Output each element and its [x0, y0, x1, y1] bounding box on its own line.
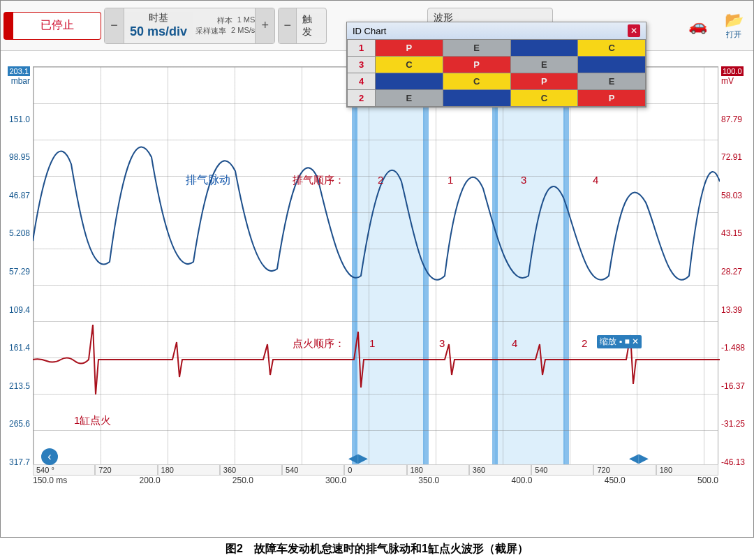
y-axis-right: 100.0mV87.7972.9158.0343.1528.2713.39-1.… [718, 66, 753, 467]
car-icon[interactable]: 🚗 [681, 17, 714, 35]
back-button[interactable]: ‹ [41, 448, 58, 465]
figure-caption: 图2 故障车发动机怠速时的排气脉动和1缸点火波形（截屏） [0, 538, 754, 560]
trigger-minus[interactable]: − [279, 8, 297, 43]
status-button[interactable]: 已停止 [3, 12, 101, 40]
id-chart-panel: ID Chart ✕ 1PEC3CPE4CPE2ECP [346, 22, 646, 108]
id-chart-titlebar[interactable]: ID Chart ✕ [347, 22, 646, 39]
open-button[interactable]: 📂打开 [717, 11, 751, 40]
id-chart-title: ID Chart [353, 26, 386, 36]
timebase-display[interactable]: 时基 50 ms/div [124, 12, 193, 39]
anno-fire-3: 3 [439, 337, 445, 349]
timebase-plus[interactable]: + [255, 8, 274, 43]
anno-cyl1-fire: 1缸点火 [74, 414, 111, 427]
chart-area: 203.1mbar151.098.9546.875.20857.29109.41… [1, 51, 753, 509]
trigger-label: 触发 [302, 13, 320, 38]
close-icon[interactable]: ✕ [628, 24, 640, 37]
oscilloscope-window: 已停止 − 时基 50 ms/div 样本 1 MS 采样速率 2 MS/s +… [0, 0, 754, 538]
timebase-label: 时基 [149, 12, 168, 24]
trace-exhaust [33, 147, 720, 279]
scroll-handle-right[interactable]: ◀▶ [629, 450, 649, 466]
anno-fire-2: 2 [582, 337, 587, 349]
timebase-value: 50 ms/div [130, 24, 187, 39]
timebase-stepper: − 时基 50 ms/div 样本 1 MS 采样速率 2 MS/s + [104, 8, 275, 44]
anno-fire-4: 4 [512, 337, 517, 349]
anno-fire-order-label: 点火顺序： [293, 337, 345, 351]
anno-fire-1: 1 [369, 337, 375, 349]
anno-exhaust-1: 1 [448, 174, 453, 186]
anno-exhaust-3: 3 [521, 174, 526, 186]
id-chart-table: 1PEC3CPE4CPE2ECP [347, 39, 646, 107]
waveform-canvas [33, 66, 720, 469]
anno-exhaust-4: 4 [593, 174, 598, 186]
anno-exhaust-2: 2 [378, 174, 383, 186]
y-axis-left: 203.1mbar151.098.9546.875.20857.29109.41… [1, 66, 33, 467]
sample-info: 样本 1 MS 采样速率 2 MS/s [195, 15, 255, 36]
timebase-minus[interactable]: − [105, 8, 124, 43]
trigger-stepper: − 触发 [278, 8, 327, 44]
zoom-toolbar[interactable]: 缩放 ▪ ■ ✕ [597, 335, 642, 348]
x-axis-ms: 150.0 ms200.0250.0300.0350.0400.0450.050… [33, 476, 718, 485]
anno-exhaust-pulse: 排气脉动 [186, 173, 230, 188]
anno-exhaust-order-label: 排气顺序： [293, 174, 345, 187]
scroll-handle-left[interactable]: ◀▶ [348, 450, 368, 466]
